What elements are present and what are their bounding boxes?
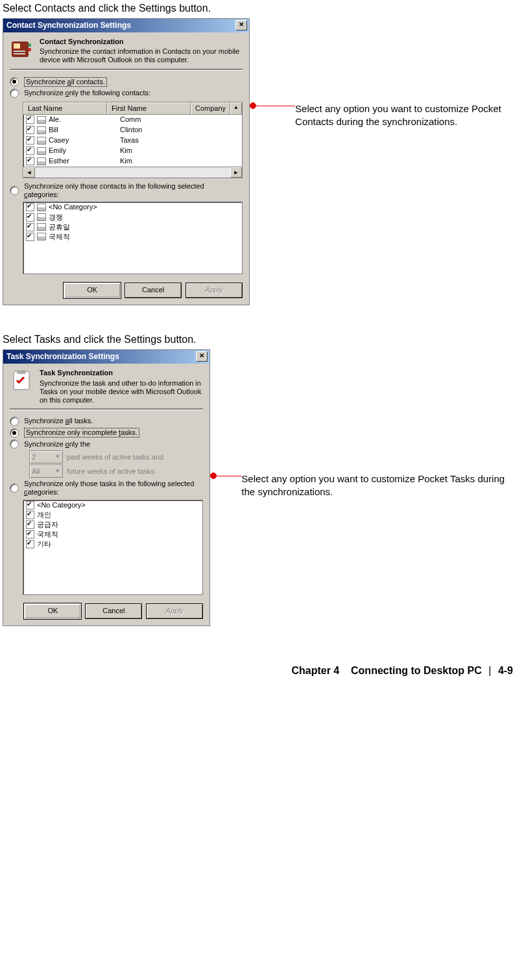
instruction-tasks: Select Tasks and click the Settings butt… bbox=[3, 334, 520, 345]
instruction-contacts: Select Contacts and click the Settings b… bbox=[3, 3, 520, 14]
checkbox-icon[interactable] bbox=[26, 126, 34, 134]
category-label: 경쟁 bbox=[49, 213, 63, 222]
scroll-up-icon[interactable]: ▲ bbox=[230, 102, 242, 115]
col-company[interactable]: Company bbox=[191, 102, 230, 115]
opt2-post: nly the following contacts: bbox=[69, 89, 150, 97]
opt3-pre: Synchronize only those contacts in the f… bbox=[24, 182, 204, 190]
categories-list: <No Category> 경쟁 공휴일 국제적 bbox=[23, 202, 243, 274]
radio-icon bbox=[10, 439, 19, 449]
radio-icon bbox=[10, 484, 19, 493]
ok-button[interactable]: OK bbox=[24, 603, 81, 619]
svg-rect-5 bbox=[29, 48, 31, 51]
apply-button[interactable]: Apply bbox=[185, 283, 243, 298]
subopt-future-weeks: All▼ future weeks of active tasks. bbox=[29, 465, 203, 478]
cell-lastname: Casey bbox=[49, 136, 120, 145]
horizontal-scrollbar[interactable]: ◄ ► bbox=[23, 167, 242, 178]
callout-line bbox=[256, 106, 295, 106]
cell-lastname: Esther bbox=[49, 157, 120, 165]
t4-pre: Synchronize only those tasks in the foll… bbox=[24, 480, 194, 487]
contact-sync-settings-dialog: Contact Synchronization Settings ✕ Conta… bbox=[3, 18, 250, 305]
radio-icon bbox=[10, 417, 19, 426]
checkbox-icon[interactable] bbox=[26, 157, 34, 165]
radio-icon bbox=[10, 89, 19, 98]
dialog-title: Contact Synchronization Settings bbox=[6, 21, 235, 30]
scroll-left-icon[interactable]: ◄ bbox=[23, 167, 35, 178]
footer-chapter: Chapter 4 bbox=[291, 665, 339, 676]
tasks-icon bbox=[10, 369, 33, 392]
list-item[interactable]: <No Category> bbox=[23, 202, 242, 212]
checkbox-icon[interactable] bbox=[26, 146, 34, 155]
opt1-post: ll contacts. bbox=[71, 78, 105, 86]
list-item[interactable]: 경쟁 bbox=[23, 213, 242, 222]
col-firstname[interactable]: First Name bbox=[107, 102, 191, 115]
col-lastname[interactable]: Last Name bbox=[23, 102, 107, 115]
t4-post: ategories: bbox=[28, 488, 59, 496]
opt2-pre: Synchronize bbox=[24, 89, 66, 97]
subopt-label: past weeks of active tasks and bbox=[67, 453, 163, 461]
cancel-button[interactable]: Cancel bbox=[125, 283, 182, 298]
category-label: 기타 bbox=[37, 540, 51, 548]
cell-firstname: Clinton bbox=[120, 126, 191, 134]
ok-button[interactable]: OK bbox=[64, 283, 121, 298]
option-sync-only-following[interactable]: Synchronize only the following contacts: bbox=[10, 89, 243, 98]
category-label: 국제적 bbox=[37, 530, 58, 539]
footer-page: 4-9 bbox=[498, 665, 513, 676]
checkbox-icon[interactable] bbox=[26, 233, 34, 241]
checkbox-icon[interactable] bbox=[26, 136, 34, 145]
checkbox-icon[interactable] bbox=[26, 511, 34, 519]
list-item[interactable]: 기타 bbox=[23, 539, 202, 549]
option-sync-incomplete-tasks[interactable]: Synchronize only incomplete tasks. bbox=[10, 428, 203, 438]
card-icon bbox=[37, 137, 46, 145]
table-row[interactable]: Esther Kim bbox=[23, 156, 242, 167]
option-sync-all-tasks[interactable]: Synchronize all tasks. bbox=[10, 417, 203, 426]
card-icon bbox=[37, 147, 46, 155]
divider bbox=[10, 69, 243, 71]
past-weeks-combo[interactable]: 2▼ bbox=[29, 450, 63, 463]
svg-rect-1 bbox=[14, 43, 20, 49]
category-label: 공급자 bbox=[37, 520, 58, 529]
close-button[interactable]: ✕ bbox=[196, 351, 208, 362]
option-sync-categories[interactable]: Synchronize only those tasks in the foll… bbox=[10, 480, 203, 496]
checkbox-icon[interactable] bbox=[26, 501, 34, 509]
option-sync-only-the[interactable]: Synchronize only the bbox=[10, 439, 203, 449]
table-row[interactable]: Emily Kim bbox=[23, 146, 242, 156]
table-row[interactable]: Ale. Comm bbox=[23, 115, 242, 125]
contacts-icon bbox=[10, 38, 33, 61]
checkbox-icon[interactable] bbox=[26, 203, 34, 211]
table-row[interactable]: Casey Taxas bbox=[23, 135, 242, 146]
t3-pre: Synchronize bbox=[24, 440, 66, 448]
table-row[interactable]: Bill Clinton bbox=[23, 125, 242, 135]
contacts-table: Last Name First Name Company ▲ Ale. Comm bbox=[23, 102, 243, 178]
category-label: 국제적 bbox=[49, 233, 70, 241]
cell-lastname: Ale. bbox=[49, 115, 120, 124]
close-button[interactable]: ✕ bbox=[235, 20, 247, 30]
scroll-right-icon[interactable]: ► bbox=[230, 167, 242, 178]
callout-line bbox=[217, 476, 241, 476]
list-item[interactable]: 공급자 bbox=[23, 520, 202, 530]
list-item[interactable]: 국제적 bbox=[23, 232, 242, 242]
checkbox-icon[interactable] bbox=[26, 213, 34, 222]
checkbox-icon[interactable] bbox=[26, 540, 34, 548]
checkbox-icon[interactable] bbox=[26, 223, 34, 231]
callout-dot-icon bbox=[250, 102, 256, 109]
list-item[interactable]: 공휴일 bbox=[23, 222, 242, 232]
cancel-button[interactable]: Cancel bbox=[85, 603, 142, 619]
apply-button[interactable]: Apply bbox=[146, 603, 203, 619]
option-sync-categories[interactable]: Synchronize only those contacts in the f… bbox=[10, 182, 243, 199]
checkbox-icon[interactable] bbox=[26, 520, 34, 529]
list-item[interactable]: 개인 bbox=[23, 510, 202, 520]
cell-lastname: Emily bbox=[49, 146, 120, 155]
card-icon bbox=[37, 116, 46, 124]
future-weeks-combo[interactable]: All▼ bbox=[29, 465, 63, 478]
option-sync-all-contacts[interactable]: Synchronize all contacts. bbox=[10, 77, 243, 87]
list-item[interactable]: <No Category> bbox=[23, 500, 202, 510]
card-icon bbox=[37, 233, 46, 240]
annotation-contacts: Select any option you want to customize … bbox=[250, 102, 520, 128]
list-item[interactable]: 국제적 bbox=[23, 530, 202, 539]
dialog-title: Task Synchronization Settings bbox=[6, 352, 196, 361]
checkbox-icon[interactable] bbox=[26, 530, 34, 539]
card-icon bbox=[37, 223, 46, 231]
checkbox-icon[interactable] bbox=[26, 115, 34, 124]
category-label: <No Category> bbox=[49, 203, 97, 211]
header-title: Contact Synchronization bbox=[40, 38, 243, 46]
